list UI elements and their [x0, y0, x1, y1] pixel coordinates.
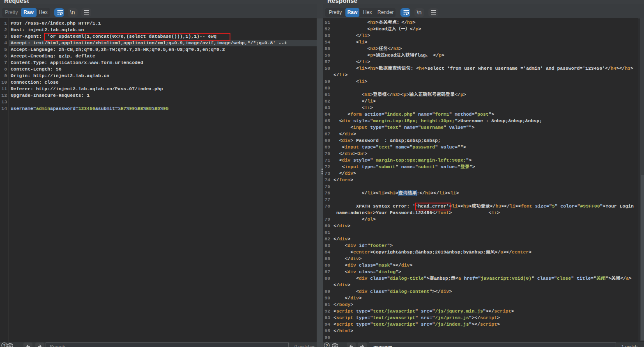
svg-text:?: ?	[3, 343, 5, 347]
svg-text:?: ?	[325, 343, 328, 347]
